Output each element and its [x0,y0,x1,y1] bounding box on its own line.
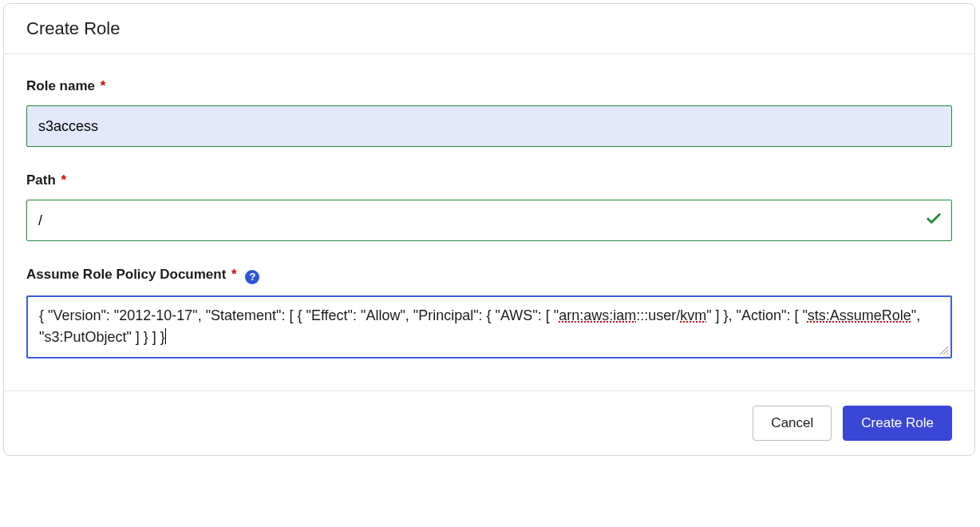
required-marker: * [231,267,237,282]
modal-title: Create Role [26,18,952,39]
create-role-modal: Create Role Role name * Path * [3,3,975,456]
policy-text-misspell: sts:AssumeRole [808,307,911,323]
modal-footer: Cancel Create Role [4,390,974,455]
modal-header: Create Role [4,4,974,54]
policy-text-seg: { "Version": "2012-10-17", "Statement": … [39,307,559,323]
help-icon[interactable]: ? [245,270,259,284]
required-marker: * [101,78,106,93]
path-group: Path * [26,172,952,241]
policy-text-seg: :::user/ [636,307,680,323]
policy-text-misspell: arn:aws:iam [559,307,636,323]
policy-text-misspell: kvm [680,307,706,323]
role-name-input-wrap [26,105,952,147]
path-label-text: Path [26,172,56,188]
checkmark-icon [925,210,942,231]
modal-body: Role name * Path * Assume Role Policy Do… [4,54,974,390]
policy-group: Assume Role Policy Document * ? { "Versi… [26,267,952,359]
cancel-button[interactable]: Cancel [753,406,832,441]
policy-document-textarea[interactable]: { "Version": "2012-10-17", "Statement": … [26,295,952,359]
create-role-button[interactable]: Create Role [843,406,952,441]
required-marker: * [61,172,67,188]
path-input[interactable] [26,200,952,241]
text-cursor [165,328,166,344]
path-label: Path * [26,172,952,188]
role-name-input[interactable] [26,105,952,147]
role-name-label-text: Role name [26,78,95,93]
policy-label-text: Assume Role Policy Document [26,267,226,282]
role-name-group: Role name * [26,78,952,147]
resize-grip-icon [939,346,949,355]
policy-label: Assume Role Policy Document * ? [26,267,952,284]
path-input-wrap [26,200,952,241]
policy-text-seg: " ] }, "Action": [ " [706,307,808,323]
role-name-label: Role name * [26,78,952,94]
